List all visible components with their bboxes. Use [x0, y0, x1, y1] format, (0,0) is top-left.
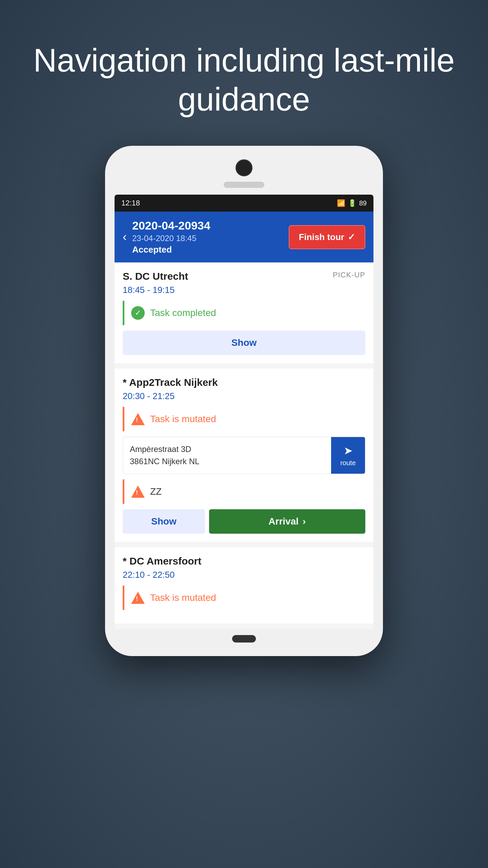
zz-label: ZZ: [150, 486, 162, 497]
arrival-label: Arrival: [268, 516, 299, 527]
battery-icon: 🔋: [348, 199, 357, 207]
tour-info: 2020-04-20934 23-04-2020 18:45 Accepted: [132, 219, 289, 255]
stop-time-3: 22:10 - 22:50: [123, 570, 365, 580]
arrival-button[interactable]: Arrival ›: [209, 509, 365, 534]
route-label: route: [340, 459, 356, 467]
stop-time-1: 18:45 - 19:15: [123, 285, 365, 295]
stop-time-2: 20:30 - 21:25: [123, 391, 365, 401]
warning-triangle-zz: [131, 486, 145, 498]
warning-triangle-2: [131, 413, 145, 425]
battery-level: 89: [359, 199, 367, 207]
screen-content: S. DC Utrecht PICK-UP 18:45 - 19:15 ✓ Ta…: [115, 262, 373, 629]
checkmark-icon: ✓: [348, 232, 355, 242]
zz-row: ZZ: [123, 479, 365, 504]
route-button[interactable]: ➤ route: [331, 437, 365, 474]
status-icons: 📶 🔋 89: [337, 199, 367, 207]
stop-header-2: * App2Track Nijkerk: [123, 377, 365, 388]
tour-status: Accepted: [132, 244, 289, 255]
app-header: ‹ 2020-04-20934 23-04-2020 18:45 Accepte…: [115, 212, 373, 262]
address-route-row: Ampèrestraat 3D 3861NC Nijkerk NL ➤ rout…: [123, 437, 365, 474]
route-arrow-icon: ➤: [344, 444, 353, 457]
stop-name-text-2: App2Track Nijkerk: [129, 377, 218, 388]
phone-shell: 12:18 📶 🔋 89 ‹ 2020-04-20934 23-04-2020 …: [105, 146, 383, 656]
stop-name-1: S. DC Utrecht: [123, 271, 188, 282]
stop-header-1: S. DC Utrecht PICK-UP: [123, 271, 365, 282]
phone-camera-icon: [236, 159, 252, 176]
phone-home-button[interactable]: [232, 635, 256, 643]
phone-mockup: 12:18 📶 🔋 89 ‹ 2020-04-20934 23-04-2020 …: [105, 146, 383, 656]
phone-speaker-icon: [224, 182, 264, 188]
warning-triangle-3: [131, 592, 145, 604]
address-line2: 3861NC Nijkerk NL: [130, 455, 324, 468]
task-mutated-label-2: Task is mutated: [150, 414, 216, 425]
tour-date: 23-04-2020 18:45: [132, 234, 289, 243]
check-icon: ✓: [131, 306, 145, 320]
phone-screen: 12:18 📶 🔋 89 ‹ 2020-04-20934 23-04-2020 …: [115, 195, 373, 629]
back-button[interactable]: ‹: [123, 230, 127, 244]
task-completed-status: ✓ Task completed: [123, 301, 365, 325]
tour-id: 2020-04-20934: [132, 219, 289, 232]
task-mutated-label-3: Task is mutated: [150, 592, 216, 603]
task-completed-label: Task completed: [150, 308, 216, 318]
finish-tour-label: Finish tour: [299, 232, 344, 242]
hero-heading: Navigation including last-mile guidance: [0, 41, 488, 119]
stop-type-1: PICK-UP: [333, 271, 365, 279]
status-time: 12:18: [121, 199, 140, 208]
stop-prefix-3: *: [123, 555, 129, 567]
stop-card-1: S. DC Utrecht PICK-UP 18:45 - 19:15 ✓ Ta…: [115, 262, 373, 363]
address-line1: Ampèrestraat 3D: [130, 443, 324, 455]
status-bar: 12:18 📶 🔋 89: [115, 195, 373, 212]
address-block: Ampèrestraat 3D 3861NC Nijkerk NL: [123, 437, 331, 474]
task-mutated-status-2: Task is mutated: [123, 407, 365, 431]
stop-name-2: * App2Track Nijkerk: [123, 377, 218, 388]
warning-icon-zz: [131, 485, 145, 498]
warning-icon-2: [131, 412, 145, 426]
arrival-chevron-icon: ›: [303, 516, 306, 527]
show-button-2[interactable]: Show: [123, 509, 205, 534]
task-mutated-status-3: Task is mutated: [123, 586, 365, 610]
stop-prefix-2: *: [123, 377, 129, 388]
stop-card-3: * DC Amersfoort 22:10 - 22:50 Task is mu…: [115, 547, 373, 624]
show-button-1[interactable]: Show: [123, 331, 365, 355]
warning-icon-3: [131, 591, 145, 605]
stop-card-2: * App2Track Nijkerk 20:30 - 21:25 Task i…: [115, 369, 373, 542]
signal-icon: 📶: [337, 199, 345, 207]
action-row-2: Show Arrival ›: [123, 509, 365, 534]
stop-header-3: * DC Amersfoort: [123, 555, 365, 567]
finish-tour-button[interactable]: Finish tour ✓: [289, 225, 365, 249]
stop-name-text-3: DC Amersfoort: [129, 555, 201, 567]
stop-name-3: * DC Amersfoort: [123, 555, 201, 567]
